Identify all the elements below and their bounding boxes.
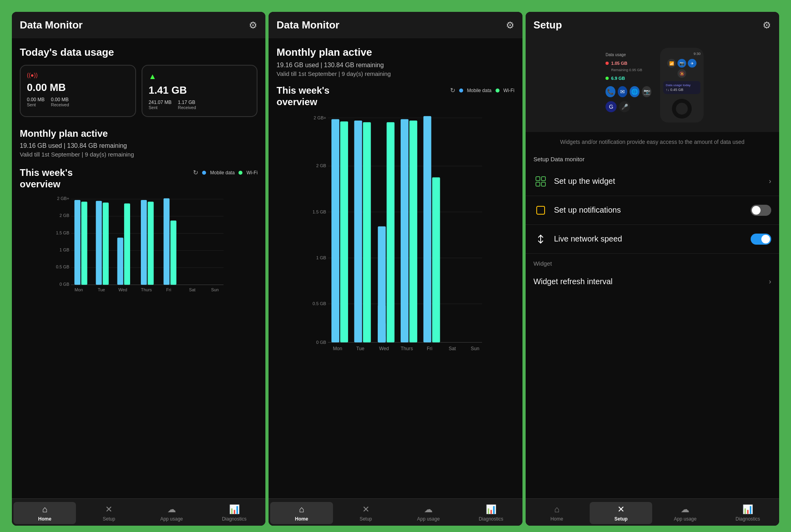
- widget-chevron-icon: ›: [769, 177, 771, 185]
- monthly-plan-header-2: Monthly plan active: [276, 46, 514, 58]
- weekly-section-2: This week'soverview ↻ Mobile data Wi-Fi: [276, 85, 514, 358]
- weekly-header-2: This week'soverview ↻ Mobile data Wi-Fi: [276, 85, 514, 108]
- screens-container: Data Monitor ⚙ Today's data usage ((●)) …: [4, 4, 787, 532]
- mobile-sent-stat: 0.00 MB Sent: [27, 97, 45, 107]
- diagnostics-nav-label-3: Diagnostics: [736, 516, 760, 522]
- svg-rect-20: [163, 198, 169, 285]
- mobile-legend-dot-2: [459, 89, 463, 92]
- monthly-detail-1: 19.16 GB used | 130.84 GB remaining: [20, 142, 257, 149]
- nav-home-3[interactable]: ⌂ Home: [526, 502, 588, 524]
- monthly-valid-1: Valid till 1st September | 9 day(s) rema…: [20, 151, 257, 158]
- quick-settings-icons: 📶 📷 ✈ 🔕: [663, 59, 700, 78]
- legend-1: Mobile data Wi-Fi: [202, 170, 257, 175]
- svg-text:1 GB: 1 GB: [59, 247, 69, 252]
- legend-2: Mobile data Wi-Fi: [459, 88, 515, 93]
- setup-widget-row[interactable]: Set up the widget ›: [526, 167, 779, 196]
- nav-setup-2[interactable]: ✕ Setup: [335, 502, 397, 524]
- svg-text:Tue: Tue: [98, 287, 105, 292]
- nav-appusage-2[interactable]: ☁ App usage: [397, 502, 460, 524]
- today-title: Today's data usage: [20, 46, 257, 58]
- mobile-received-value: 0.00 MB: [51, 97, 69, 102]
- setup-network-speed-row[interactable]: Live network speed: [526, 225, 779, 254]
- svg-text:Sat: Sat: [449, 346, 456, 351]
- settings-icon-1[interactable]: ⚙: [249, 20, 257, 31]
- nav-appusage-1[interactable]: ☁ App usage: [140, 502, 203, 524]
- widget-section-label: Widget: [526, 254, 779, 270]
- appusage-nav-label-2: App usage: [417, 516, 439, 522]
- screen2-content: Monthly plan active 19.16 GB used | 130.…: [269, 38, 522, 498]
- nav-setup-3[interactable]: ✕ Setup: [590, 502, 652, 524]
- notification-toggle[interactable]: [751, 205, 771, 216]
- wifi-value: 1.41 GB: [149, 84, 251, 96]
- setup-description: Widgets and/or notification provide easy…: [526, 138, 779, 153]
- nav-diagnostics-1[interactable]: 📊 Diagnostics: [203, 502, 265, 524]
- wifi-received-stat: 1.17 GB Received: [178, 100, 196, 110]
- setup-nav-icon-1: ✕: [105, 504, 112, 515]
- chart-2: 2 GB+ 2 GB 1.5 GB 1 GB 0.5 GB 0 GB: [276, 113, 514, 358]
- widget-row-label: Set up the widget: [554, 177, 763, 186]
- mobile-value: 0.00 MB: [27, 81, 129, 94]
- app-title-2: Data Monitor: [276, 19, 339, 31]
- bell-icon: [535, 205, 546, 216]
- svg-rect-61: [536, 177, 540, 181]
- home-nav-icon-1: ⌂: [42, 504, 47, 515]
- chart-svg-2: 2 GB+ 2 GB 1.5 GB 1 GB 0.5 GB 0 GB: [276, 113, 514, 358]
- sent-label: Sent: [27, 102, 36, 107]
- svg-rect-62: [541, 177, 545, 181]
- setup-title: Setup: [534, 19, 562, 31]
- notification-row-icon: [534, 203, 548, 217]
- svg-rect-42: [340, 121, 348, 342]
- wifi-card-header: ▲: [149, 72, 251, 81]
- mobile-received-stat: 0.00 MB Received: [51, 97, 69, 107]
- widget-refresh-row[interactable]: Widget refresh interval ›: [526, 270, 779, 293]
- svg-rect-13: [81, 202, 87, 285]
- svg-text:Thurs: Thurs: [141, 287, 152, 292]
- svg-text:Tue: Tue: [356, 346, 365, 351]
- network-speed-row-label: Live network speed: [554, 234, 744, 243]
- svg-rect-50: [401, 119, 409, 342]
- wifi-icon: ▲: [149, 72, 157, 81]
- network-speed-toggle-thumb: [761, 235, 770, 243]
- svg-text:Sat: Sat: [189, 287, 195, 292]
- svg-text:Mon: Mon: [333, 346, 343, 351]
- wifi-usage-card: ▲ 1.41 GB 241.07 MB Sent 1.17 GB Receive…: [142, 65, 258, 117]
- settings-icon-3[interactable]: ⚙: [763, 20, 771, 31]
- monthly-detail-2: 19.16 GB used | 130.84 GB remaining: [276, 62, 514, 69]
- appusage-nav-label-3: App usage: [674, 516, 696, 522]
- setup-section-label: Setup Data monitor: [526, 153, 779, 167]
- svg-rect-47: [387, 122, 395, 342]
- svg-text:Sun: Sun: [471, 346, 480, 351]
- refresh-icon-2[interactable]: ↻: [450, 87, 455, 94]
- svg-rect-63: [536, 182, 540, 186]
- svg-rect-18: [141, 200, 147, 285]
- wifi-sent-stat: 241.07 MB Sent: [149, 100, 172, 110]
- widget-app-icons: 📞 ✉ 🌐 📷: [606, 86, 651, 97]
- setup-content: Data usage 1.05 GB Remaining 0.95 GB 6.9…: [526, 38, 779, 498]
- widget-squares-icon: [535, 176, 546, 187]
- nav-appusage-3[interactable]: ☁ App usage: [654, 502, 716, 524]
- svg-text:Thurs: Thurs: [401, 346, 413, 351]
- svg-rect-19: [148, 202, 153, 285]
- svg-text:Fri: Fri: [427, 346, 432, 351]
- nav-diagnostics-2[interactable]: 📊 Diagnostics: [460, 502, 522, 524]
- setup-notifications-row[interactable]: Set up notifications: [526, 196, 779, 225]
- network-speed-toggle[interactable]: [751, 234, 771, 245]
- setup-nav-label-3: Setup: [614, 516, 627, 522]
- nav-setup-1[interactable]: ✕ Setup: [78, 502, 140, 524]
- widget-row-icon: [534, 174, 548, 189]
- notification-widget: Data usage today ↑↓ 0.45 GB: [663, 81, 700, 94]
- nav-home-1[interactable]: ⌂ Home: [13, 502, 76, 524]
- refresh-icon-1[interactable]: ↻: [193, 169, 198, 176]
- chart-1: 2 GB+ 2 GB 1.5 GB 1 GB 0.5 GB 0 GB: [20, 195, 257, 298]
- nav-diagnostics-3[interactable]: 📊 Diagnostics: [717, 502, 779, 524]
- wifi-stats: 241.07 MB Sent 1.17 GB Received: [149, 100, 251, 110]
- svg-rect-51: [409, 121, 417, 342]
- bottom-nav-2: ⌂ Home ✕ Setup ☁ App usage 📊 Diagnostics: [269, 498, 522, 526]
- wifi-legend-label-2: Wi-Fi: [503, 88, 515, 93]
- nav-home-2[interactable]: ⌂ Home: [270, 502, 333, 524]
- notification-toggle-thumb: [752, 206, 761, 215]
- settings-icon-2[interactable]: ⚙: [506, 20, 515, 31]
- wifi-received-value: 1.17 GB: [178, 100, 196, 105]
- screen-2: Data Monitor ⚙ Monthly plan active 19.16…: [269, 12, 522, 526]
- home-nav-icon-2: ⌂: [299, 504, 304, 515]
